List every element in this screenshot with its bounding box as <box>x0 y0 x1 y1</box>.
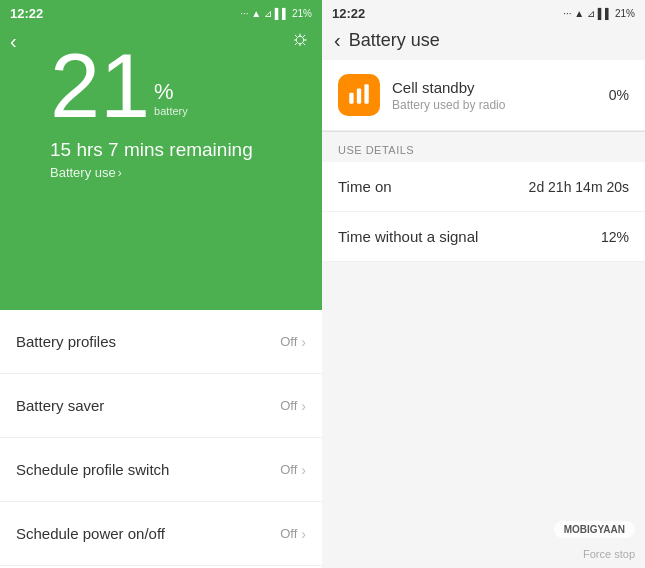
battery-profiles-label: Battery profiles <box>16 333 116 350</box>
chevron-right-icon: › <box>301 526 306 542</box>
settings-icon[interactable]: ⛭ <box>292 30 310 51</box>
battery-percent-label: % battery <box>154 79 188 117</box>
battery-number: 21 <box>50 41 150 131</box>
cell-standby-icon <box>338 74 380 116</box>
force-stop-label: Force stop <box>583 548 635 560</box>
chevron-right-icon: › <box>301 334 306 350</box>
battery-saver-label: Battery saver <box>16 397 104 414</box>
battery-use-link[interactable]: Battery use › <box>50 165 122 180</box>
use-details-header: USE DETAILS <box>322 132 645 162</box>
time-on-label: Time on <box>338 178 392 195</box>
battery-label: battery <box>154 105 188 117</box>
cell-standby-desc: Battery used by radio <box>392 98 609 112</box>
settings-item-schedule-profile[interactable]: Schedule profile switch Off › <box>0 438 322 502</box>
settings-list: Battery profiles Off › Battery saver Off… <box>0 310 322 568</box>
detail-row-no-signal: Time without a signal 12% <box>322 212 645 262</box>
cell-standby-card: Cell standby Battery used by radio 0% <box>322 60 645 131</box>
chevron-right-icon: › <box>301 398 306 414</box>
schedule-profile-label: Schedule profile switch <box>16 461 169 478</box>
left-panel: 12:22 ··· ▲ ⊿ ▌▌ 21% ‹ ⛭ 21 % battery 15… <box>0 0 322 568</box>
settings-item-battery-profiles[interactable]: Battery profiles Off › <box>0 310 322 374</box>
schedule-profile-right: Off › <box>280 462 306 478</box>
right-header: ‹ Battery use <box>322 21 645 60</box>
left-status-icons: ··· ▲ ⊿ ▌▌ 21% <box>240 8 312 19</box>
remaining-time: 15 hrs 7 mins remaining <box>50 139 253 161</box>
back-icon-left[interactable]: ‹ <box>10 30 17 53</box>
battery-saver-right: Off › <box>280 398 306 414</box>
battery-profiles-right: Off › <box>280 334 306 350</box>
cell-info: Cell standby Battery used by radio <box>392 79 609 112</box>
cell-standby-name: Cell standby <box>392 79 609 96</box>
schedule-power-label: Schedule power on/off <box>16 525 165 542</box>
battery-saver-value: Off <box>280 398 297 413</box>
settings-item-battery-saver[interactable]: Battery saver Off › <box>0 374 322 438</box>
schedule-profile-value: Off <box>280 462 297 477</box>
battery-header: 12:22 ··· ▲ ⊿ ▌▌ 21% ‹ ⛭ 21 % battery 15… <box>0 0 322 310</box>
battery-percent-row: 21 % battery <box>50 41 188 131</box>
right-battery-icon: 21% <box>615 8 635 19</box>
bar-chart-icon <box>346 82 372 108</box>
right-signal-icons: ··· ▲ ⊿ ▌▌ <box>563 8 612 19</box>
battery-content: ‹ ⛭ 21 % battery 15 hrs 7 mins remaining… <box>0 21 322 310</box>
percent-sign: % <box>154 79 188 105</box>
watermark: MOBIGYAAN <box>554 521 635 538</box>
right-status-bar: 12:22 ··· ▲ ⊿ ▌▌ 21% <box>322 0 645 21</box>
right-panel: 12:22 ··· ▲ ⊿ ▌▌ 21% ‹ Battery use Cell … <box>322 0 645 568</box>
chevron-right-icon: › <box>301 462 306 478</box>
schedule-power-right: Off › <box>280 526 306 542</box>
settings-item-schedule-power[interactable]: Schedule power on/off Off › <box>0 502 322 566</box>
bottom-bar: Force stop <box>322 540 645 568</box>
watermark-text: MOBIGYAAN <box>564 524 625 535</box>
left-battery-icon: 21% <box>292 8 312 19</box>
left-time: 12:22 <box>10 6 43 21</box>
right-back-icon[interactable]: ‹ <box>334 29 341 52</box>
no-signal-value: 12% <box>601 229 629 245</box>
svg-rect-2 <box>364 84 368 104</box>
battery-profiles-value: Off <box>280 334 297 349</box>
right-title: Battery use <box>349 30 440 51</box>
schedule-power-value: Off <box>280 526 297 541</box>
time-on-value: 2d 21h 14m 20s <box>529 179 629 195</box>
svg-rect-0 <box>349 93 353 104</box>
cell-standby-percent: 0% <box>609 87 629 103</box>
no-signal-label: Time without a signal <box>338 228 478 245</box>
battery-use-arrow: › <box>118 166 122 180</box>
svg-rect-1 <box>357 89 361 104</box>
left-signal-icons: ··· ▲ ⊿ ▌▌ <box>240 8 289 19</box>
right-time: 12:22 <box>332 6 365 21</box>
detail-row-time-on: Time on 2d 21h 14m 20s <box>322 162 645 212</box>
left-status-bar: 12:22 ··· ▲ ⊿ ▌▌ 21% <box>0 0 322 21</box>
right-status-icons: ··· ▲ ⊿ ▌▌ 21% <box>563 8 635 19</box>
